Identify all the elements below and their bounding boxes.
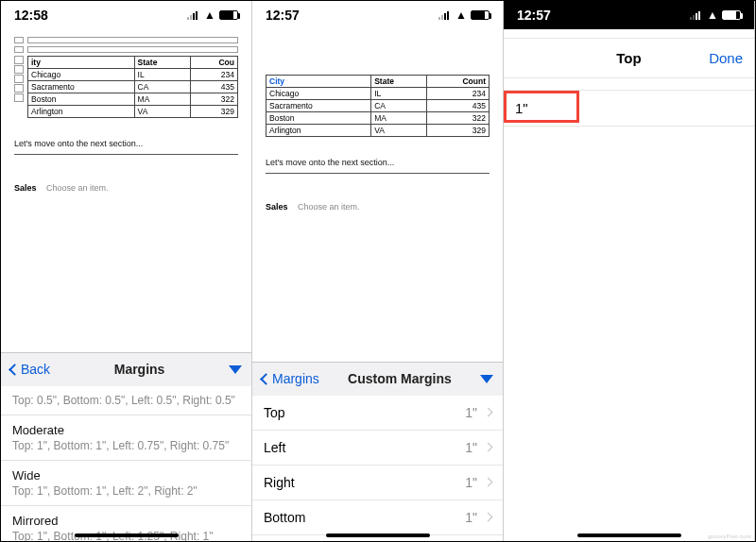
status-time: 12:58 (14, 8, 48, 23)
table-header-row: ity State Cou (28, 57, 238, 69)
chevron-right-icon (484, 408, 493, 417)
wifi-icon: ▲ (204, 8, 215, 22)
doc-divider (266, 173, 490, 174)
document-preview[interactable]: ity State Cou ChicagoIL234 SacramentoCA4… (1, 29, 251, 196)
table-header-row: City State Count (266, 76, 490, 88)
margins-panel-header: Back Margins (1, 352, 251, 386)
chevron-right-icon (484, 478, 493, 487)
sales-label: Sales (14, 183, 37, 193)
status-bar: 12:57 ▲ (504, 1, 754, 29)
col-city: ity (28, 57, 135, 69)
chevron-right-icon (484, 513, 493, 522)
status-icons: ▲ (187, 8, 238, 22)
custom-margin-fields: Top 1" Left 1" Right 1" Bottom 1" (252, 396, 503, 542)
col-state: State (371, 76, 426, 88)
field-value: 1" (465, 510, 477, 525)
pane-top-margin-input: 12:57 ▲ Top Done 1" (504, 1, 755, 541)
doc-paragraph: Let's move onto the next section... (266, 158, 490, 167)
margin-right-row[interactable]: Right 1" (252, 466, 503, 500)
status-icons: ▲ (690, 8, 741, 22)
col-count: Cou (190, 57, 237, 69)
margin-top-row[interactable]: Top 1" (252, 396, 503, 431)
doc-divider (14, 154, 238, 155)
home-indicator[interactable] (75, 534, 179, 537)
status-time: 12:57 (517, 8, 551, 23)
battery-icon (722, 10, 741, 20)
back-label: Margins (272, 371, 319, 386)
margin-value-input[interactable]: 1" (504, 91, 754, 126)
field-label: Bottom (264, 510, 305, 525)
back-label: Back (21, 362, 50, 377)
status-time: 12:57 (266, 8, 300, 23)
chevron-left-icon (9, 364, 21, 376)
table-row: ChicagoIL234 (266, 88, 490, 100)
home-indicator[interactable] (577, 534, 681, 537)
chevron-right-icon (484, 443, 493, 452)
pane-margins-list: 12:58 ▲ (1, 1, 252, 541)
field-value: 1" (465, 405, 477, 420)
field-value: 1" (465, 440, 477, 455)
collapse-icon[interactable] (480, 375, 493, 383)
sales-label: Sales (266, 202, 288, 212)
margin-left-row[interactable]: Left 1" (252, 431, 503, 466)
document-preview[interactable]: City State Count ChicagoIL234 Sacramento… (252, 29, 503, 215)
sales-placeholder[interactable]: Choose an item. (46, 183, 109, 193)
field-label: Top (264, 405, 285, 420)
home-indicator[interactable] (326, 534, 430, 537)
battery-icon (471, 10, 490, 20)
col-state: State (134, 57, 190, 69)
custom-margins-panel-header: Margins Custom Margins (252, 362, 503, 396)
status-bar: 12:58 ▲ (1, 1, 251, 29)
back-button[interactable]: Back (10, 362, 50, 377)
sales-field: Sales Choose an item. (266, 202, 490, 212)
panel-title: Margins (58, 362, 221, 377)
table-row: SacramentoCA435 (28, 81, 238, 93)
battery-icon (219, 10, 238, 20)
table-row: BostonMA322 (28, 93, 238, 106)
collapse-icon[interactable] (229, 365, 242, 374)
panel-title: Custom Margins (327, 371, 472, 386)
watermark: groovyPost.com (708, 534, 751, 539)
margin-option-moderate[interactable]: Moderate Top: 1", Bottom: 1", Left: 0.75… (1, 415, 251, 461)
status-bar: 12:57 ▲ (252, 1, 503, 29)
margin-option-wide[interactable]: Wide Top: 1", Bottom: 1", Left: 2", Righ… (1, 461, 251, 506)
col-count: Count (426, 76, 489, 88)
chevron-left-icon (260, 373, 272, 385)
sales-field: Sales Choose an item. (14, 183, 238, 193)
doc-paragraph: Let's move onto the next section... (14, 139, 238, 148)
col-city: City (266, 76, 371, 88)
table-top-extra-row (14, 37, 238, 43)
field-value: 1" (465, 475, 477, 490)
table-row: BostonMA322 (266, 112, 490, 125)
pane-custom-margins: 12:57 ▲ City State Count ChicagoIL234 Sa… (252, 1, 504, 541)
wifi-icon: ▲ (455, 8, 467, 22)
sales-placeholder[interactable]: Choose an item. (298, 202, 360, 212)
wifi-icon: ▲ (707, 8, 718, 22)
data-table: ity State Cou ChicagoIL234 SacramentoCA4… (27, 56, 238, 118)
table-top-extra-row (14, 46, 238, 53)
cellular-icon (438, 10, 452, 20)
nav-bar: Top Done (504, 39, 754, 78)
cellular-icon (187, 10, 200, 20)
cellular-icon (690, 10, 703, 20)
table-row: SacramentoCA435 (266, 100, 490, 112)
table-row: ChicagoIL234 (28, 69, 238, 81)
nav-title: Top (504, 50, 754, 66)
margin-option-narrow[interactable]: Top: 0.5", Bottom: 0.5", Left: 0.5", Rig… (1, 386, 251, 415)
margin-preset-list: Top: 0.5", Bottom: 0.5", Left: 0.5", Rig… (1, 386, 251, 542)
table-row: ArlingtonVA329 (28, 106, 238, 118)
field-label: Right (264, 475, 295, 490)
margin-bottom-row[interactable]: Bottom 1" (252, 500, 503, 535)
data-table: City State Count ChicagoIL234 Sacramento… (266, 75, 490, 137)
back-button[interactable]: Margins (262, 371, 319, 386)
status-icons: ▲ (438, 8, 490, 22)
table-row: ArlingtonVA329 (266, 125, 490, 137)
field-label: Left (264, 440, 285, 455)
